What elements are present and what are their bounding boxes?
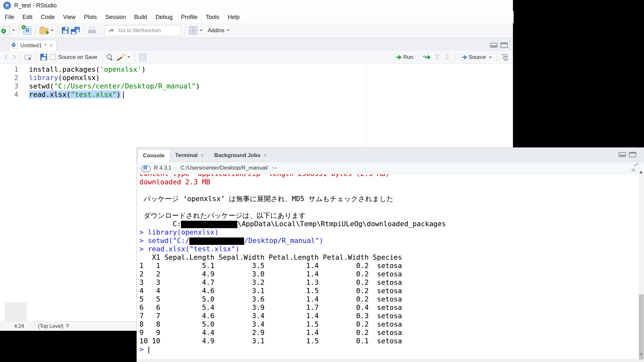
addins-caret-icon[interactable] (227, 30, 230, 31)
addins-button[interactable]: Addins (208, 27, 224, 34)
forward-icon[interactable] (11, 55, 16, 60)
console-text: 3 3 4.7 3.2 1.3 0.2 setosa (139, 278, 402, 286)
new-file-dropdown-caret-icon[interactable] (12, 30, 15, 31)
code-tools-caret-icon[interactable] (127, 56, 130, 58)
menu-item-view[interactable]: View (59, 11, 80, 23)
r-document-icon (13, 42, 18, 49)
console-line: > setwd("C://Desktop/R_manual") (139, 237, 323, 245)
source-button[interactable]: Source (460, 54, 486, 60)
minimize-pane-icon[interactable] (619, 152, 626, 157)
redaction-box (181, 221, 237, 228)
redaction-box (189, 237, 244, 245)
menu-item-profile[interactable]: Profile (177, 11, 202, 23)
scrollbar-thumb[interactable] (639, 294, 644, 362)
console-text: \AppData\Local\Temp\RtmpiULeOg\downloade… (237, 220, 446, 228)
console-text: downloaded 2.3 MB (139, 178, 210, 186)
scope-indicator[interactable]: (Top Level) (38, 321, 69, 331)
console-text: 9 9 4.4 2.9 1.4 0.2 setosa (139, 329, 402, 337)
maximize-pane-icon[interactable] (500, 42, 508, 48)
back-icon[interactable] (5, 55, 10, 60)
tab-label: Untitled1 (20, 42, 42, 49)
menu-item-help[interactable]: Help (223, 11, 244, 23)
go-to-next-chunk-icon[interactable]: ⇩ (443, 54, 450, 60)
go-to-previous-chunk-icon[interactable]: ⇧ (434, 54, 441, 60)
menu-item-tools[interactable]: Tools (202, 11, 223, 23)
open-file-icon[interactable] (40, 28, 48, 34)
console-line: 9 9 4.4 2.9 1.4 0.2 setosa (139, 329, 402, 337)
console-line: ダウンロードされたパッケージは、以下にあります (139, 211, 306, 220)
console-line: 4 4 4.6 3.1 1.5 0.2 setosa (139, 287, 402, 295)
tab-terminal[interactable]: Terminal× (170, 149, 209, 162)
console-tab-bar: ConsoleTerminal×Background Jobs× (137, 148, 644, 162)
menu-item-build[interactable]: Build (130, 11, 151, 23)
source-pane-buttons (490, 42, 508, 48)
line-number: 4 (0, 90, 18, 99)
code-line[interactable]: read.xlsx("test.xlsx") (29, 90, 200, 99)
working-directory[interactable]: C:/Users/center/Desktop/R_manual/ (180, 165, 268, 171)
minimize-pane-icon[interactable] (490, 43, 497, 48)
code-token: ) (196, 82, 200, 90)
print-icon[interactable] (88, 27, 96, 34)
console-line: 3 3 4.7 3.2 1.3 0.2 setosa (139, 278, 402, 287)
console-panel: content type 'application/zip' length 23… (137, 147, 644, 362)
console-text: > read.xlsx("test.xlsx") (139, 245, 240, 253)
menu-bar: FileEditCodeViewPlotsSessionBuildDebugPr… (1, 11, 514, 23)
new-project-icon[interactable]: R+ (23, 26, 32, 35)
tab-console[interactable]: Console (137, 149, 170, 162)
console-text: ダウンロードされたパッケージは、以下にあります (139, 211, 306, 219)
code-line[interactable]: setwd("C:/Users/center/Desktop/R_manual"… (29, 82, 200, 90)
console-scrollbar[interactable] (639, 169, 644, 360)
run-button[interactable]: Run (394, 54, 413, 60)
menu-item-plots[interactable]: Plots (80, 11, 101, 23)
compile-report-icon[interactable] (140, 53, 146, 61)
pane-layout-caret-icon[interactable] (200, 30, 203, 31)
console-output[interactable]: content type 'application/zip' length 23… (137, 148, 644, 362)
toolbar-separator (58, 26, 58, 35)
code-token: ) (117, 90, 121, 98)
goto-directory-arrow-icon[interactable]: ↪ (272, 164, 277, 172)
console-text: > library(openxlsx) (139, 228, 219, 236)
search-icon[interactable] (107, 54, 113, 60)
open-in-new-window-icon[interactable] (24, 55, 31, 60)
toolbar-separator (497, 52, 497, 62)
tab-close-icon[interactable]: × (201, 152, 204, 159)
code-line[interactable]: install.packages('openxlsx') (29, 65, 200, 74)
console-line: 1 1 5.1 3.5 1.4 0.2 setosa (139, 262, 402, 270)
maximize-pane-icon[interactable] (629, 152, 636, 157)
tab-close-icon[interactable]: × (50, 42, 53, 49)
save-icon[interactable] (40, 54, 47, 60)
dot-separator: · (175, 165, 177, 171)
editor-status-bar: 4:24 (Top Level) (0, 321, 137, 331)
scroll-down-icon[interactable] (639, 353, 643, 356)
save-all-icon[interactable] (71, 27, 80, 34)
goto-file-function-input[interactable]: Go to file/function (104, 25, 181, 36)
menu-item-edit[interactable]: Edit (18, 11, 37, 23)
menu-item-session[interactable]: Session (101, 11, 130, 23)
status-separator (34, 322, 35, 330)
code-line[interactable]: library(openxlsx) (29, 74, 200, 82)
save-icon[interactable] (62, 27, 69, 34)
pane-layout-icon[interactable] (189, 26, 197, 35)
menu-item-code[interactable]: Code (37, 11, 59, 23)
source-on-save-checkbox[interactable] (50, 54, 55, 60)
editor-scrollbar-corner[interactable] (5, 302, 27, 321)
cursor-position[interactable]: 4:24 (0, 321, 32, 331)
new-file-icon[interactable]: + (3, 26, 10, 35)
open-file-dropdown-caret-icon[interactable] (51, 30, 54, 31)
code-tools-wand-icon[interactable] (116, 54, 124, 61)
tab-background-jobs[interactable]: Background Jobs× (209, 149, 272, 162)
source-arrow-icon (462, 55, 467, 60)
tab-close-icon[interactable]: × (263, 152, 267, 159)
clear-console-broom-icon[interactable] (630, 164, 639, 172)
tab-untitled1[interactable]: Untitled1 * × (9, 40, 57, 51)
console-text: 4 4 4.6 3.1 1.5 0.2 setosa (139, 287, 402, 295)
code-token: read.xlsx( (29, 90, 71, 98)
menu-item-debug[interactable]: Debug (151, 11, 177, 23)
rerun-button[interactable] (423, 55, 431, 60)
toolbar-separator (35, 26, 36, 35)
document-outline-icon[interactable] (501, 54, 508, 60)
plus-badge-icon: + (1, 29, 6, 33)
menu-item-file[interactable]: File (1, 11, 18, 23)
scroll-up-icon[interactable] (639, 171, 643, 173)
source-caret-icon[interactable] (489, 57, 492, 58)
